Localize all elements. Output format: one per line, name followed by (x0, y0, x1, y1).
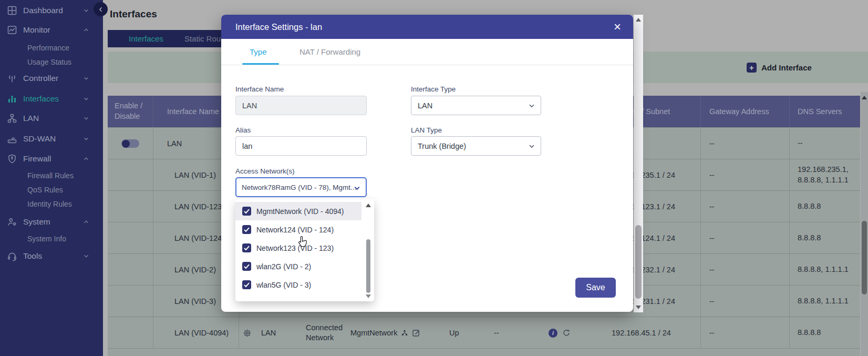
access-networks-dropdown: MgmtNetwork (VID - 4094) Network124 (VID… (235, 199, 374, 301)
tab-nat-forwarding[interactable]: NAT / Forwarding (299, 47, 360, 56)
app-screen: Dashboard Monitor Performance Usage Stat… (0, 0, 868, 356)
option-label: wlan5G (VID - 3) (256, 281, 311, 289)
dropdown-scrollbar-thumb[interactable] (366, 239, 370, 293)
checkbox-checked[interactable] (242, 280, 251, 289)
dropdown-scrollbar[interactable] (365, 201, 371, 299)
chevron-down-icon (528, 102, 535, 109)
access-networks-label: Access Network(s) (235, 167, 295, 175)
checkbox-checked[interactable] (242, 243, 251, 252)
tabs-divider (221, 65, 633, 65)
interface-settings-modal: Interface Settings - lan × Type NAT / Fo… (221, 15, 633, 312)
option-label: Network123 (VID - 123) (256, 244, 334, 252)
interface-type-select[interactable]: LAN (411, 96, 541, 115)
option-label: Network124 (VID - 124) (256, 226, 334, 234)
scroll-down-icon[interactable] (366, 294, 371, 298)
lan-type-label: LAN Type (411, 126, 442, 134)
alias-label: Alias (235, 126, 251, 134)
option-label: MgmtNetwork (VID - 4094) (256, 207, 344, 216)
tab-type[interactable]: Type (250, 47, 267, 56)
alias-field[interactable] (235, 136, 367, 156)
dropdown-option[interactable]: wlan5G (VID - 3) (235, 276, 361, 294)
chevron-down-icon (353, 184, 361, 192)
scroll-down-icon[interactable] (636, 306, 641, 309)
close-icon[interactable]: × (610, 19, 625, 34)
scroll-up-icon[interactable] (636, 18, 641, 22)
chevron-down-icon (528, 143, 535, 150)
interface-name-field[interactable] (235, 96, 367, 115)
modal-scrollbar[interactable] (634, 15, 643, 312)
modal-title: Interface Settings - lan (235, 22, 322, 32)
scroll-up-icon[interactable] (366, 204, 371, 207)
access-networks-value: Network78RamG (VID - 78), Mgmt... (242, 184, 356, 191)
access-networks-multiselect[interactable]: Network78RamG (VID - 78), Mgmt... (235, 177, 367, 197)
interface-type-value: LAN (418, 101, 432, 110)
modal-header: Interface Settings - lan × (221, 15, 633, 39)
checkbox-checked[interactable] (242, 225, 251, 234)
dropdown-option[interactable]: MgmtNetwork (VID - 4094) (235, 202, 361, 220)
checkbox-checked[interactable] (242, 262, 251, 271)
dropdown-option[interactable]: wlan2G (VID - 2) (235, 257, 361, 276)
save-button[interactable]: Save (575, 278, 616, 298)
modal-scrollbar-thumb[interactable] (635, 225, 642, 299)
lan-type-select[interactable]: Trunk (Bridge) (411, 136, 541, 156)
cursor-pointer-icon (296, 236, 308, 249)
option-label: wlan2G (VID - 2) (256, 262, 311, 271)
interface-name-label: Interface Name (235, 85, 284, 93)
interface-type-label: Interface Type (411, 85, 456, 93)
checkbox-checked[interactable] (242, 207, 251, 216)
lan-type-value: Trunk (Bridge) (418, 142, 466, 150)
